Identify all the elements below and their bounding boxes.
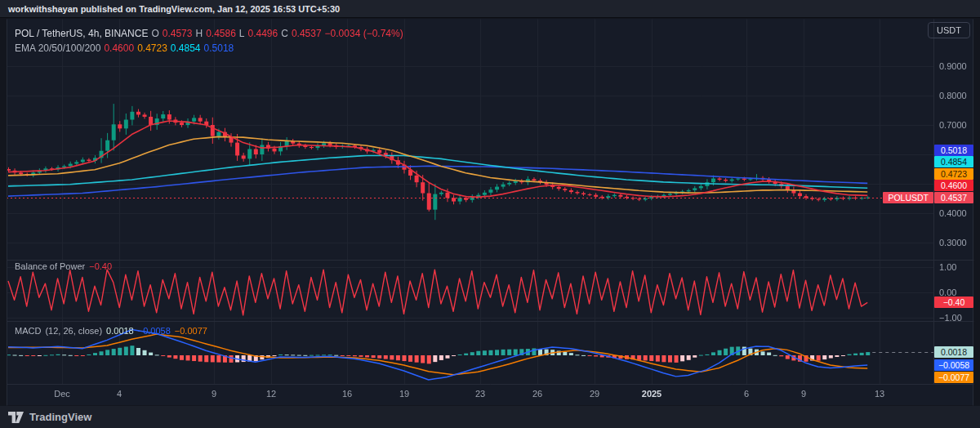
ema-price-tag-0.4854: 0.4854	[934, 156, 973, 167]
published-info-bar: workwithshayan published on TradingView.…	[0, 0, 980, 18]
macd-title-seg-2: 0.0018	[106, 326, 134, 336]
last-price-tag: 0.4537	[934, 192, 973, 203]
bop-pane-title: Balance of Power−0.40	[15, 261, 116, 271]
time-label-13: 13	[875, 389, 884, 399]
price-tick-0.3000: 0.3000	[939, 238, 967, 247]
macd-title-seg-4: −0.0077	[175, 326, 207, 336]
price-tick-0.8000: 0.8000	[939, 91, 967, 100]
symbol-header-seg-0: POL / TetherUS, 4h, BINANCE	[15, 28, 148, 39]
bop-tick-1: 1.00	[939, 262, 956, 272]
symbol-header-seg-6: 0.4496	[248, 28, 278, 39]
tradingview-logo-icon[interactable]	[8, 412, 24, 423]
ema-legend: EMA 20/50/100/2000.46000.47230.48540.501…	[15, 42, 237, 54]
symbol-header-seg-8: 0.4537	[292, 28, 322, 39]
time-label-16: 16	[342, 389, 352, 399]
macd-value-badge-0: 0.0018	[934, 346, 973, 358]
symbol-header-seg-4: 0.4586	[206, 28, 236, 39]
symbol-header-seg-2: 0.4573	[163, 28, 193, 39]
bop-title-seg-1: −0.40	[89, 261, 112, 271]
time-label-19: 19	[399, 389, 409, 399]
ema-price-tag-0.4723: 0.4723	[934, 168, 973, 180]
ema-price-tag-0.4600: 0.4600	[934, 180, 973, 191]
time-label-Dec: Dec	[54, 389, 70, 399]
price-tick-0.7000: 0.7000	[939, 120, 967, 130]
bop-tick--1: −1.00	[939, 313, 962, 323]
macd-title-seg-3: −0.0058	[138, 326, 171, 336]
macd-pane-title: MACD(12, 26, close)0.0018−0.0058−0.0077	[15, 326, 212, 336]
tradingview-published-chart: workwithshayan published on TradingView.…	[0, 0, 980, 428]
bop-value-badge: −0.40	[934, 296, 973, 308]
symbol-header-seg-1: O	[151, 28, 158, 39]
ema-legend-seg-2: 0.4723	[137, 42, 167, 54]
tradingview-brand-text: TradingView	[29, 411, 91, 423]
time-label-26: 26	[532, 389, 542, 399]
ema-legend-seg-3: 0.4854	[171, 42, 201, 54]
ema-price-tag-0.5018: 0.5018	[934, 145, 973, 156]
symbol-header-seg-5: L	[239, 28, 245, 39]
price-chart-canvas[interactable]	[0, 0, 980, 428]
symbol-header: POL / TetherUS, 4h, BINANCEO0.4573H0.458…	[15, 28, 407, 39]
macd-title-seg-1: (12, 26, close)	[45, 326, 102, 336]
symbol-header-seg-3: H	[195, 28, 203, 39]
ema-legend-seg-4: 0.5018	[204, 42, 234, 54]
macd-value-badge-2: −0.0077	[934, 372, 973, 383]
bop-tick-0: 0.00	[939, 288, 956, 297]
symbol-header-seg-7: C	[281, 28, 288, 39]
published-info-text: workwithshayan published on TradingView.…	[8, 4, 340, 14]
price-tick-0.4000: 0.4000	[939, 208, 967, 218]
time-label-4: 4	[117, 389, 122, 399]
time-label-6: 6	[744, 389, 749, 399]
time-label-29: 29	[590, 389, 599, 399]
time-label-23: 23	[475, 389, 485, 399]
time-label-2025: 2025	[642, 389, 662, 399]
macd-title-seg-0: MACD	[15, 326, 41, 336]
symbol-price-flag: POLUSDT	[883, 192, 933, 203]
price-tick-0.9000: 0.9000	[939, 61, 967, 71]
macd-value-badge-1: −0.0058	[934, 359, 973, 371]
time-label-12: 12	[266, 389, 276, 399]
ema-legend-seg-0: EMA 20/50/100/200	[15, 42, 100, 54]
footer-bar: TradingView	[0, 406, 980, 428]
symbol-header-seg-9: −0.0034 (−0.74%)	[325, 28, 403, 39]
bop-title-seg-0: Balance of Power	[15, 261, 85, 271]
time-scale-axis[interactable]	[7, 384, 973, 405]
ema-legend-seg-1: 0.4600	[104, 42, 134, 54]
time-label-9: 9	[212, 389, 216, 399]
time-label-9: 9	[801, 389, 806, 399]
